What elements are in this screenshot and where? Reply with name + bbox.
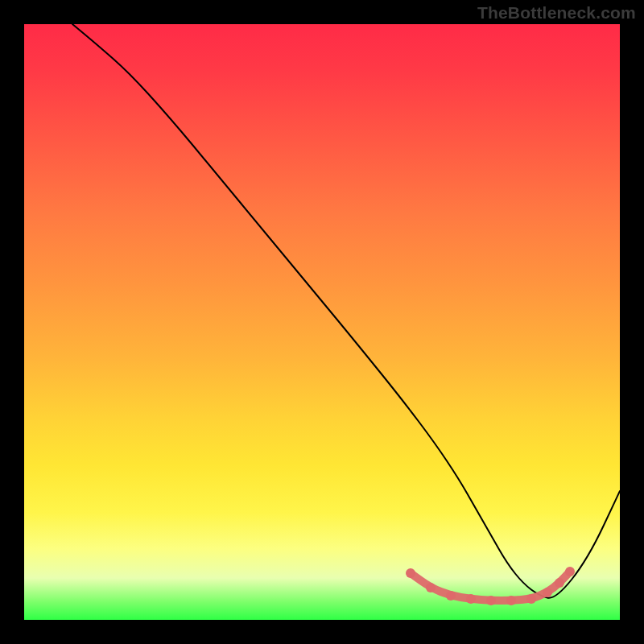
- optimum-band-dot: [466, 594, 476, 604]
- optimum-band-dot: [486, 596, 496, 605]
- optimum-band-dot: [406, 568, 415, 578]
- optimum-band-dot: [555, 578, 564, 588]
- optimum-band-dot: [565, 567, 575, 576]
- optimum-band-dot: [543, 588, 552, 597]
- watermark-text: TheBottleneck.com: [477, 3, 636, 23]
- chart-stage: TheBottleneck.com: [0, 0, 644, 644]
- optimum-band-dot: [506, 596, 516, 605]
- optimum-band-dot: [526, 594, 536, 604]
- optimum-band-dot: [446, 591, 456, 601]
- plot-area: [24, 24, 620, 620]
- bottleneck-curve: [72, 24, 620, 598]
- optimum-band: [406, 567, 575, 605]
- optimum-band-dot: [426, 583, 436, 592]
- curve-svg: [24, 24, 620, 620]
